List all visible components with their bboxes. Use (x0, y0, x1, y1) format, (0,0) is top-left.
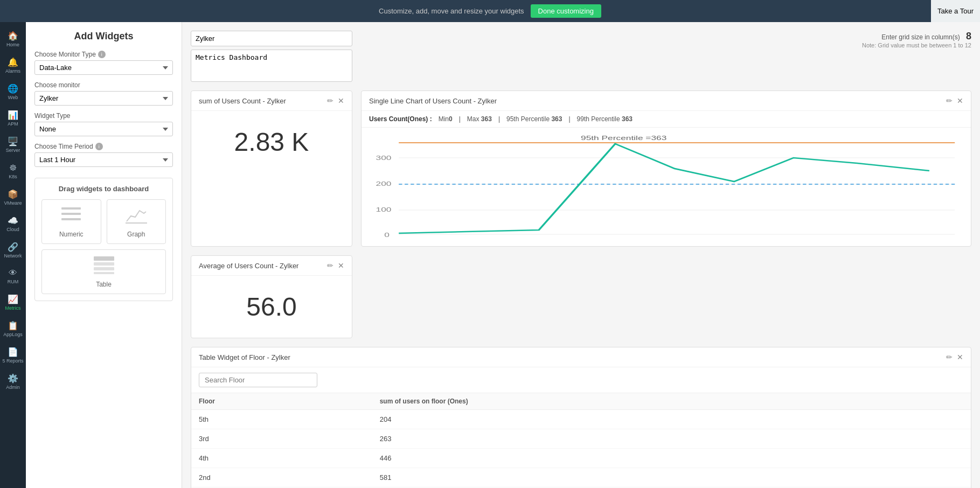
vmware-label: VMware (4, 200, 22, 206)
table-widget-card[interactable]: Table (41, 249, 166, 294)
svg-rect-4 (94, 256, 114, 261)
nav-item-alarms[interactable]: 🔔Alarms (0, 53, 26, 78)
server-icon: 🖥️ (8, 136, 18, 147)
sum-widget-edit-button[interactable]: ✏ (327, 96, 333, 105)
chart-meta-max: Max 363 (467, 115, 492, 123)
sum-widget-title: sum of Users Count - Zylker (199, 97, 286, 105)
network-icon: 🔗 (8, 242, 18, 252)
table-search-area (191, 367, 971, 393)
server-label: Server (6, 148, 20, 153)
nav-item-metrics[interactable]: 📈Metrics (0, 290, 26, 315)
sum-widget-close-button[interactable]: ✕ (338, 96, 344, 105)
header-inputs: Metrics Dashboard (191, 31, 352, 82)
nav-item-reports[interactable]: 📄5 Reports (0, 343, 26, 368)
graph-label: Graph (113, 231, 161, 238)
numeric-label: Numeric (47, 231, 95, 238)
avg-widget-title: Average of Users Count - Zylker (199, 262, 298, 270)
value-cell: 581 (372, 468, 971, 487)
applogs-icon: 📋 (8, 320, 18, 331)
home-label: Home (6, 42, 19, 47)
web-label: Web (8, 95, 18, 100)
chart-meta-95: 95th Percentile 363 (506, 115, 562, 123)
grid-size-label: Enter grid size in column(s) 8 (862, 31, 971, 42)
nav-item-network[interactable]: 🔗Network (0, 238, 26, 263)
numeric-widget-card[interactable]: Numeric (41, 199, 101, 244)
reports-label: 5 Reports (2, 358, 23, 364)
chart-meta-separator-1: | (459, 115, 461, 123)
admin-icon: ⚙️ (8, 373, 18, 384)
banner-message: Customize, add, move and resize your wid… (379, 7, 524, 15)
cloud-icon: ☁️ (8, 215, 18, 226)
svg-rect-2 (61, 218, 81, 220)
table-search-input[interactable] (199, 373, 317, 387)
svg-text:200: 200 (376, 180, 392, 187)
nav-item-cloud[interactable]: ☁️Cloud (0, 211, 26, 236)
nav-item-admin[interactable]: ⚙️Admin (0, 369, 26, 394)
done-customizing-button[interactable]: Done customizing (531, 4, 601, 18)
nav-item-k8s[interactable]: ☸K8s (0, 158, 26, 184)
main-content: Metrics Dashboard Enter grid size in col… (182, 22, 980, 488)
chart-widget-edit-button[interactable]: ✏ (946, 96, 953, 105)
floor-cell: 2nd (191, 468, 372, 487)
nav-sidebar: 🏠Home🔔Alarms🌐Web📊APM🖥️Server☸K8s📦VMware☁… (0, 22, 26, 488)
value-cell: 446 (372, 449, 971, 468)
table-widget: Table Widget of Floor - Zylker ✏ ✕ Floor (191, 347, 971, 488)
nav-item-home[interactable]: 🏠Home (0, 26, 26, 52)
time-period-info-icon: i (95, 143, 103, 150)
nav-item-apm[interactable]: 📊APM (0, 106, 26, 131)
k8s-icon: ☸ (9, 163, 17, 173)
floor-cell: 3rd (191, 429, 372, 449)
nav-item-applogs[interactable]: 📋AppLogs (0, 316, 26, 341)
chart-widget: Single Line Chart of Users Count - Zylke… (361, 90, 971, 247)
nav-item-vmware[interactable]: 📦VMware (0, 185, 26, 210)
monitor-type-select[interactable]: Data-Lake (34, 60, 173, 75)
table-label: Table (47, 281, 160, 288)
table-widget-close-button[interactable]: ✕ (957, 353, 963, 361)
chart-svg: 0 100 200 300 95th Percentile =363 (369, 132, 963, 240)
dashboard-header: Metrics Dashboard Enter grid size in col… (191, 31, 971, 82)
avg-widget-value: 56.0 (191, 276, 352, 338)
chart-meta-separator-2: | (498, 115, 500, 123)
admin-label: Admin (6, 385, 20, 390)
value-cell: 204 (372, 410, 971, 429)
avg-widget-close-button[interactable]: ✕ (338, 261, 344, 270)
widget-type-select[interactable]: None (34, 122, 173, 136)
alarms-icon: 🔔 (8, 57, 18, 67)
table-widget-title: Table Widget of Floor - Zylker (199, 353, 290, 361)
chart-meta: Users Count(Ones) : Min0 | Max 363 | 95t… (362, 111, 971, 128)
svg-text:0: 0 (384, 232, 390, 238)
chart-widget-title: Single Line Chart of Users Count - Zylke… (369, 97, 497, 105)
chart-widget-actions: ✏ ✕ (946, 96, 963, 105)
graph-widget-card[interactable]: Graph (107, 199, 166, 244)
nav-item-rum[interactable]: 👁RUM (0, 264, 26, 289)
top-banner: Customize, add, move and resize your wid… (0, 0, 980, 22)
main-layout: 🏠Home🔔Alarms🌐Web📊APM🖥️Server☸K8s📦VMware☁… (0, 22, 980, 488)
alarms-label: Alarms (5, 68, 20, 74)
chart-widget-close-button[interactable]: ✕ (957, 96, 963, 105)
chart-widget-header: Single Line Chart of Users Count - Zylke… (362, 91, 971, 111)
applogs-label: AppLogs (3, 332, 23, 337)
nav-item-web[interactable]: 🌐Web (0, 79, 26, 104)
take-tour-button[interactable]: Take a Tour (931, 0, 980, 22)
table-row: 2nd581 (191, 468, 971, 487)
web-icon: 🌐 (8, 83, 18, 94)
choose-monitor-select[interactable]: Zylker (34, 91, 173, 106)
dashboard-name-input[interactable] (191, 31, 352, 46)
widget-sidebar: Add Widgets Choose Monitor Type i Data-L… (26, 22, 182, 488)
dashboard-description-input[interactable]: Metrics Dashboard (191, 50, 352, 82)
table-widget-actions: ✏ ✕ (946, 353, 963, 361)
monitor-type-info-icon: i (98, 51, 106, 58)
vmware-icon: 📦 (8, 189, 18, 199)
chart-meta-99: 99th Percentile 363 (577, 115, 633, 123)
sidebar-title: Add Widgets (34, 31, 173, 42)
table-row: 4th446 (191, 449, 971, 468)
time-period-select[interactable]: Last 1 Hour (34, 152, 173, 167)
svg-rect-3 (126, 222, 147, 224)
svg-text:300: 300 (376, 155, 392, 161)
nav-item-server[interactable]: 🖥️Server (0, 132, 26, 157)
table-widget-edit-button[interactable]: ✏ (946, 353, 953, 361)
table-header-row: Floor sum of users on floor (Ones) (191, 393, 971, 410)
table-icon (47, 255, 160, 278)
sum-widget-value: 2.83 K (191, 111, 352, 173)
avg-widget-edit-button[interactable]: ✏ (327, 261, 333, 270)
